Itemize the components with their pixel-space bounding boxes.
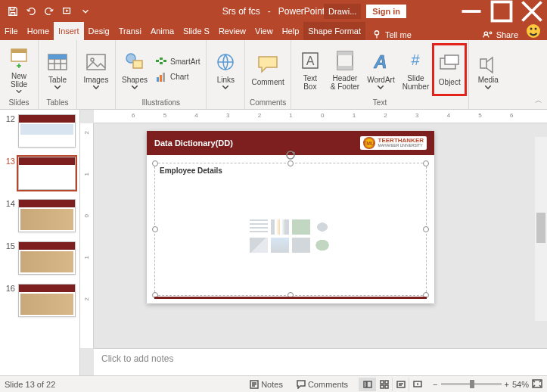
qat-more-icon[interactable] (77, 3, 94, 20)
svg-rect-27 (337, 51, 353, 55)
vertical-ruler[interactable]: 21012 (80, 123, 94, 348)
chart-button[interactable]: Chart (152, 70, 203, 85)
insert-online-picture-icon[interactable] (271, 238, 289, 253)
new-slide-button[interactable]: New Slide (3, 45, 35, 95)
vertical-scrollbar[interactable] (535, 137, 547, 321)
notes-pane[interactable]: Click to add notes (94, 348, 547, 375)
svg-rect-33 (480, 59, 486, 68)
svg-rect-12 (87, 54, 105, 70)
tab-slideshow[interactable]: Slide S (179, 22, 214, 40)
smartart-button[interactable]: SmartArt (152, 54, 203, 70)
horizontal-ruler[interactable]: 6543210123456 (94, 110, 547, 123)
svg-rect-21 (160, 75, 162, 82)
scrollbar-thumb[interactable] (536, 213, 545, 243)
minimize-button[interactable] (456, 0, 486, 22)
thumbnail-15[interactable]: 15 (0, 238, 79, 281)
tab-file[interactable]: File (0, 22, 23, 40)
undo-icon[interactable] (23, 3, 39, 20)
tab-help[interactable]: Help (278, 22, 304, 40)
notes-toggle[interactable]: Notes (247, 380, 286, 389)
collapse-ribbon-icon[interactable]: ︿ (535, 95, 542, 106)
tab-view[interactable]: View (250, 22, 278, 40)
share-button[interactable]: Share (483, 30, 518, 40)
sign-in-button[interactable]: Sign in (365, 4, 407, 19)
thumbnail-13[interactable]: 13 (0, 154, 79, 196)
rotation-handle-icon[interactable] (285, 150, 296, 160)
links-button[interactable]: Links (210, 45, 241, 95)
svg-rect-37 (367, 381, 371, 387)
group-tables: Table Tables (39, 40, 77, 109)
start-from-beginning-icon[interactable] (59, 3, 76, 20)
object-button[interactable]: Object (434, 45, 465, 95)
tab-shape-format[interactable]: Shape Format (303, 22, 365, 40)
slide-sorter-button[interactable] (375, 378, 392, 391)
thumbnail-16[interactable]: 16 (0, 281, 79, 323)
slide-canvas[interactable]: Data Dictionary(DD) TMU TEERTHANKERMAHAV… (94, 123, 547, 348)
media-button[interactable]: Media (472, 45, 504, 95)
work-area: 12 13 14 15 16 6543210123456 21012 Data … (0, 110, 547, 375)
svg-rect-42 (397, 381, 405, 387)
svg-rect-16 (156, 60, 159, 62)
insert-picture-icon[interactable] (250, 238, 268, 253)
thumbnail-12[interactable]: 12 (0, 111, 79, 154)
tab-animations[interactable]: Anima (146, 22, 179, 40)
selection-handle[interactable] (152, 226, 158, 232)
zoom-slider[interactable] (441, 383, 502, 385)
thumbnail-14[interactable]: 14 (0, 196, 79, 238)
tab-transitions[interactable]: Transi (114, 22, 146, 40)
reading-view-button[interactable] (392, 378, 409, 391)
svg-rect-22 (163, 73, 165, 82)
zoom-in-button[interactable]: + (505, 380, 509, 389)
svg-point-7 (535, 28, 537, 30)
close-button[interactable] (517, 0, 547, 22)
svg-rect-18 (160, 62, 163, 64)
insert-smartart-icon[interactable] (292, 219, 310, 235)
redo-icon[interactable] (41, 3, 57, 20)
svg-rect-39 (385, 381, 388, 384)
wordart-button[interactable]: A WordArt (364, 45, 398, 95)
images-button[interactable]: Images (80, 45, 112, 95)
view-buttons (359, 378, 425, 391)
zoom-level[interactable]: 54% (512, 380, 529, 389)
text-box-button[interactable]: A Text Box (294, 45, 326, 95)
group-slides: New Slide Slides (0, 40, 39, 109)
app-name: PowerPoint (278, 6, 325, 17)
status-bar: Slide 13 of 22 Notes Comments − + 54% (0, 375, 547, 392)
insert-chart-icon[interactable] (271, 219, 289, 235)
comment-button[interactable]: Comment (248, 45, 287, 95)
fit-to-window-button[interactable] (532, 379, 542, 390)
slideshow-view-button[interactable] (409, 378, 425, 391)
shapes-button[interactable]: Shapes (119, 45, 151, 95)
header-footer-button[interactable]: Header & Footer (328, 45, 362, 95)
title-bar: Srs of fcs - PowerPoint Drawi... Sign in (0, 0, 547, 22)
insert-table-icon[interactable] (250, 219, 268, 235)
group-comments: Comment Comments (245, 40, 291, 109)
svg-rect-1 (493, 2, 511, 20)
slide[interactable]: Data Dictionary(DD) TMU TEERTHANKERMAHAV… (147, 131, 434, 303)
insert-icon-icon[interactable] (313, 238, 331, 253)
content-placeholder[interactable]: Employee Details (154, 163, 427, 296)
tab-design[interactable]: Desig (84, 22, 114, 40)
placeholder-content-icons[interactable] (250, 219, 331, 253)
zoom-out-button[interactable]: − (433, 380, 437, 389)
selection-handle[interactable] (423, 226, 429, 232)
save-icon[interactable] (5, 3, 21, 20)
slide-counter[interactable]: Slide 13 of 22 (5, 380, 55, 389)
tab-insert[interactable]: Insert (54, 22, 84, 40)
selection-handle[interactable] (287, 160, 294, 166)
tell-me[interactable]: Tell me (371, 30, 412, 40)
comments-toggle[interactable]: Comments (294, 380, 351, 389)
maximize-button[interactable] (486, 0, 517, 22)
normal-view-button[interactable] (359, 378, 375, 391)
tab-home[interactable]: Home (23, 22, 54, 40)
slide-thumbnail-panel[interactable]: 12 13 14 15 16 (0, 110, 80, 375)
insert-3d-icon[interactable] (313, 219, 331, 235)
selection-handle[interactable] (152, 160, 158, 166)
tab-review[interactable]: Review (214, 22, 250, 40)
insert-video-icon[interactable] (292, 238, 310, 253)
group-illustrations: Shapes SmartArt Chart Illustrations (116, 40, 207, 109)
selection-handle[interactable] (423, 160, 429, 166)
table-button[interactable]: Table (42, 45, 73, 95)
svg-point-6 (530, 28, 533, 30)
slide-number-button[interactable]: # Slide Number (399, 45, 433, 95)
